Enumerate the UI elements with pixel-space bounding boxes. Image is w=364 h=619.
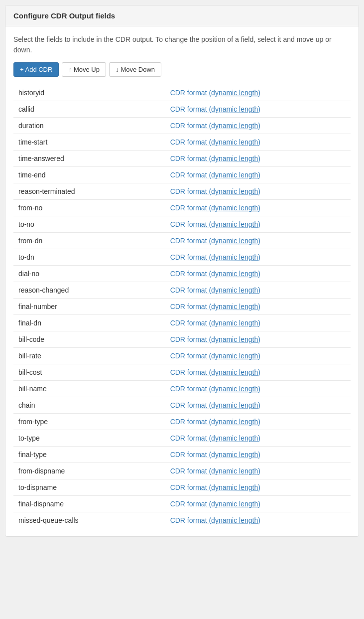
field-name-cell: from-no [13, 200, 165, 216]
move-down-button[interactable]: ↓ Move Down [109, 62, 161, 77]
table-row[interactable]: time-startCDR format (dynamic length) [13, 134, 351, 151]
field-format-cell[interactable]: CDR format (dynamic length) [165, 85, 351, 101]
field-format-cell[interactable]: CDR format (dynamic length) [165, 331, 351, 348]
field-format-cell[interactable]: CDR format (dynamic length) [165, 447, 351, 463]
move-down-label: Move Down [121, 66, 155, 73]
panel-title: Configure CDR Output fields [13, 11, 115, 20]
field-name-cell: bill-rate [13, 348, 165, 364]
field-format-cell[interactable]: CDR format (dynamic length) [165, 134, 351, 151]
field-format-cell[interactable]: CDR format (dynamic length) [165, 101, 351, 118]
field-format-link[interactable]: CDR format (dynamic length) [170, 105, 260, 113]
field-format-link[interactable]: CDR format (dynamic length) [170, 286, 260, 294]
field-format-link[interactable]: CDR format (dynamic length) [170, 467, 260, 475]
table-row[interactable]: reason-terminatedCDR format (dynamic len… [13, 183, 351, 200]
table-row[interactable]: final-dispnameCDR format (dynamic length… [13, 496, 351, 512]
field-format-cell[interactable]: CDR format (dynamic length) [165, 183, 351, 200]
field-format-cell[interactable]: CDR format (dynamic length) [165, 216, 351, 233]
field-format-link[interactable]: CDR format (dynamic length) [170, 500, 260, 508]
table-row[interactable]: from-dnCDR format (dynamic length) [13, 233, 351, 249]
table-row[interactable]: durationCDR format (dynamic length) [13, 118, 351, 134]
field-format-cell[interactable]: CDR format (dynamic length) [165, 233, 351, 249]
field-format-link[interactable]: CDR format (dynamic length) [170, 335, 260, 343]
field-name-cell: chain [13, 397, 165, 414]
field-format-cell[interactable]: CDR format (dynamic length) [165, 151, 351, 167]
field-format-cell[interactable]: CDR format (dynamic length) [165, 381, 351, 397]
field-format-link[interactable]: CDR format (dynamic length) [170, 434, 260, 442]
table-row[interactable]: from-noCDR format (dynamic length) [13, 200, 351, 216]
field-format-cell[interactable]: CDR format (dynamic length) [165, 496, 351, 512]
field-name-cell: to-dispname [13, 479, 165, 496]
table-row[interactable]: to-typeCDR format (dynamic length) [13, 430, 351, 447]
table-row[interactable]: bill-rateCDR format (dynamic length) [13, 348, 351, 364]
field-format-link[interactable]: CDR format (dynamic length) [170, 253, 260, 261]
table-row[interactable]: time-endCDR format (dynamic length) [13, 167, 351, 183]
table-row[interactable]: dial-noCDR format (dynamic length) [13, 266, 351, 282]
field-format-link[interactable]: CDR format (dynamic length) [170, 352, 260, 360]
table-row[interactable]: bill-costCDR format (dynamic length) [13, 364, 351, 381]
field-format-link[interactable]: CDR format (dynamic length) [170, 171, 260, 179]
field-format-cell[interactable]: CDR format (dynamic length) [165, 479, 351, 496]
field-format-cell[interactable]: CDR format (dynamic length) [165, 249, 351, 266]
field-format-cell[interactable]: CDR format (dynamic length) [165, 430, 351, 447]
field-format-cell[interactable]: CDR format (dynamic length) [165, 118, 351, 134]
field-name-cell: bill-name [13, 381, 165, 397]
field-name-cell: duration [13, 118, 165, 134]
table-row[interactable]: final-dnCDR format (dynamic length) [13, 315, 351, 331]
field-format-link[interactable]: CDR format (dynamic length) [170, 451, 260, 459]
field-format-cell[interactable]: CDR format (dynamic length) [165, 512, 351, 529]
field-name-cell: to-no [13, 216, 165, 233]
field-format-cell[interactable]: CDR format (dynamic length) [165, 200, 351, 216]
move-down-icon: ↓ [116, 66, 119, 73]
field-format-link[interactable]: CDR format (dynamic length) [170, 138, 260, 146]
field-format-link[interactable]: CDR format (dynamic length) [170, 270, 260, 278]
add-cdr-button[interactable]: + Add CDR [13, 62, 59, 77]
move-up-button[interactable]: ↑ Move Up [62, 62, 106, 77]
field-format-link[interactable]: CDR format (dynamic length) [170, 483, 260, 491]
table-row[interactable]: final-typeCDR format (dynamic length) [13, 447, 351, 463]
field-name-cell: dial-no [13, 266, 165, 282]
configure-panel: Configure CDR Output fields Select the f… [5, 5, 359, 537]
field-format-link[interactable]: CDR format (dynamic length) [170, 516, 260, 524]
table-row[interactable]: time-answeredCDR format (dynamic length) [13, 151, 351, 167]
table-row[interactable]: final-numberCDR format (dynamic length) [13, 299, 351, 315]
field-format-link[interactable]: CDR format (dynamic length) [170, 418, 260, 426]
field-name-cell: final-dispname [13, 496, 165, 512]
field-format-link[interactable]: CDR format (dynamic length) [170, 187, 260, 195]
field-format-link[interactable]: CDR format (dynamic length) [170, 220, 260, 228]
table-row[interactable]: from-dispnameCDR format (dynamic length) [13, 463, 351, 479]
field-format-cell[interactable]: CDR format (dynamic length) [165, 315, 351, 331]
table-row[interactable]: to-noCDR format (dynamic length) [13, 216, 351, 233]
field-format-link[interactable]: CDR format (dynamic length) [170, 237, 260, 245]
field-name-cell: to-type [13, 430, 165, 447]
field-format-link[interactable]: CDR format (dynamic length) [170, 89, 260, 97]
field-format-link[interactable]: CDR format (dynamic length) [170, 401, 260, 409]
table-row[interactable]: to-dnCDR format (dynamic length) [13, 249, 351, 266]
table-row[interactable]: callidCDR format (dynamic length) [13, 101, 351, 118]
field-format-cell[interactable]: CDR format (dynamic length) [165, 397, 351, 414]
field-format-cell[interactable]: CDR format (dynamic length) [165, 364, 351, 381]
table-row[interactable]: to-dispnameCDR format (dynamic length) [13, 479, 351, 496]
field-format-link[interactable]: CDR format (dynamic length) [170, 122, 260, 130]
table-row[interactable]: bill-nameCDR format (dynamic length) [13, 381, 351, 397]
field-format-link[interactable]: CDR format (dynamic length) [170, 204, 260, 212]
field-format-cell[interactable]: CDR format (dynamic length) [165, 463, 351, 479]
table-row[interactable]: from-typeCDR format (dynamic length) [13, 414, 351, 430]
table-row[interactable]: bill-codeCDR format (dynamic length) [13, 331, 351, 348]
field-format-link[interactable]: CDR format (dynamic length) [170, 368, 260, 376]
table-row[interactable]: chainCDR format (dynamic length) [13, 397, 351, 414]
field-format-cell[interactable]: CDR format (dynamic length) [165, 266, 351, 282]
table-row[interactable]: reason-changedCDR format (dynamic length… [13, 282, 351, 299]
field-format-link[interactable]: CDR format (dynamic length) [170, 385, 260, 393]
field-format-cell[interactable]: CDR format (dynamic length) [165, 167, 351, 183]
table-row[interactable]: missed-queue-callsCDR format (dynamic le… [13, 512, 351, 529]
field-format-cell[interactable]: CDR format (dynamic length) [165, 414, 351, 430]
field-format-link[interactable]: CDR format (dynamic length) [170, 155, 260, 162]
table-row[interactable]: historyidCDR format (dynamic length) [13, 85, 351, 101]
field-name-cell: reason-changed [13, 282, 165, 299]
field-format-cell[interactable]: CDR format (dynamic length) [165, 282, 351, 299]
field-name-cell: time-end [13, 167, 165, 183]
field-format-cell[interactable]: CDR format (dynamic length) [165, 299, 351, 315]
field-format-link[interactable]: CDR format (dynamic length) [170, 319, 260, 327]
field-format-link[interactable]: CDR format (dynamic length) [170, 303, 260, 310]
field-format-cell[interactable]: CDR format (dynamic length) [165, 348, 351, 364]
